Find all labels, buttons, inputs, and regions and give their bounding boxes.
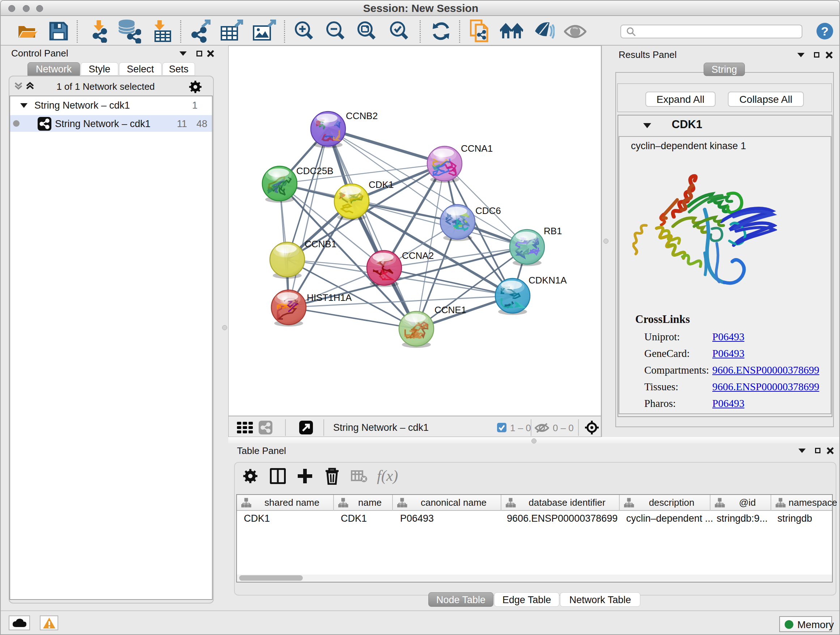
svg-text:CCNB1: CCNB1	[305, 239, 336, 249]
svg-text:CDC6: CDC6	[475, 205, 501, 216]
svg-text:CCNE1: CCNE1	[434, 304, 466, 315]
svg-text:HIST1H1A: HIST1H1A	[307, 292, 352, 303]
svg-text:CCNB2: CCNB2	[346, 111, 378, 121]
svg-text:CDC25B: CDC25B	[296, 165, 333, 176]
svg-text:RB1: RB1	[544, 226, 562, 236]
svg-text:CCNA1: CCNA1	[461, 143, 493, 154]
svg-text:CDK1: CDK1	[369, 179, 393, 190]
svg-text:CCNA2: CCNA2	[402, 250, 434, 261]
svg-text:CDKN1A: CDKN1A	[529, 275, 567, 286]
